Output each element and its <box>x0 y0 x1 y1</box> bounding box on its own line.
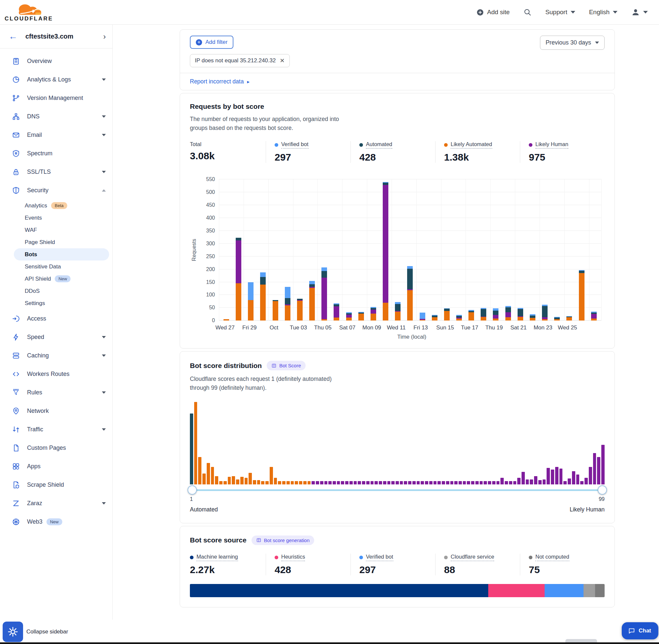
back-arrow-icon[interactable]: ← <box>8 31 18 42</box>
sidebar-item-access[interactable]: Access <box>0 309 112 328</box>
stat-label[interactable]: Verified bot <box>275 141 309 149</box>
x-tick-label: Wed 27 <box>215 324 234 331</box>
histogram-bar <box>211 467 214 484</box>
slider-handle-min[interactable] <box>188 485 197 495</box>
sidebar-item-traffic[interactable]: Traffic <box>0 420 112 439</box>
stat-label[interactable]: Not computed <box>529 554 569 561</box>
histogram-bar <box>354 481 357 484</box>
bar-segment-verified_bot <box>322 268 327 271</box>
search-button[interactable] <box>523 8 532 16</box>
network-icon <box>12 407 20 415</box>
histogram-bar <box>228 477 231 484</box>
sidebar-subitem-events[interactable]: Events <box>14 212 109 224</box>
add-site-button[interactable]: Add site <box>477 8 510 16</box>
stat-likely-human: Likely Human975 <box>520 141 605 163</box>
sidebar-subitem-label: Page Shield <box>25 239 55 246</box>
sidebar-item-label: Rules <box>27 389 42 396</box>
language-menu[interactable]: English <box>589 8 617 16</box>
sidebar-item-custom-pages[interactable]: Custom Pages <box>0 439 112 457</box>
histogram-bar <box>417 481 420 484</box>
sidebar-subitem-sensitive-data[interactable]: Sensitive Data <box>14 260 109 273</box>
sidebar-subitem-label: API Shield <box>25 276 51 282</box>
bar-segment-likely_automated <box>420 320 425 321</box>
histogram-bar <box>253 480 256 484</box>
slider-handle-max[interactable] <box>598 485 607 495</box>
sidebar-item-dns[interactable]: DNS <box>0 107 112 125</box>
histogram-bar <box>379 481 382 484</box>
sidebar-subitem-settings[interactable]: Settings <box>14 297 109 309</box>
chevron-down-icon <box>102 115 106 118</box>
support-menu[interactable]: Support <box>545 8 575 16</box>
stat-label[interactable]: Heuristics <box>275 554 305 561</box>
sidebar-item-web3[interactable]: Web3New <box>0 512 112 531</box>
sidebar-subitem-page-shield[interactable]: Page Shield <box>14 236 109 248</box>
add-filter-button[interactable]: + Add filter <box>190 36 233 49</box>
stat-label[interactable]: Likely Automated <box>444 141 492 149</box>
collapse-sidebar-label[interactable]: Collapse sidebar <box>26 628 68 635</box>
sidebar-item-apps[interactable]: Apps <box>0 457 112 476</box>
bar-segment-verified_bot <box>248 282 254 300</box>
sidebar-item-network[interactable]: Network <box>0 401 112 420</box>
sidebar-item-workers-routes[interactable]: Workers Routes <box>0 365 112 383</box>
stat-label[interactable]: Automated <box>359 141 392 149</box>
stacked-bar <box>432 315 438 321</box>
histogram-bar <box>597 457 600 484</box>
sidebar-item-zaraz[interactable]: Zaraz <box>0 494 112 512</box>
sidebar-item-rules[interactable]: Rules <box>0 383 112 401</box>
histogram-bar <box>366 481 370 484</box>
stacked-bar <box>223 319 229 321</box>
user-icon <box>631 8 640 17</box>
bar-segment-likely_human <box>493 315 498 319</box>
remove-filter-icon[interactable]: ✕ <box>280 57 284 64</box>
sidebar-item-ssl-tls[interactable]: SSL/TLS <box>0 163 112 181</box>
sidebar-item-version-management[interactable]: Version Management <box>0 89 112 107</box>
settings-gear-button[interactable] <box>3 622 23 642</box>
histogram-bar <box>236 480 239 484</box>
histogram-bar <box>215 476 218 484</box>
sidebar-subitem-bots[interactable]: Bots <box>14 248 109 260</box>
sidebar-subitem-waf[interactable]: WAF <box>14 224 109 236</box>
stat-label[interactable]: Machine learning <box>190 554 238 561</box>
sidebar-item-overview[interactable]: Overview <box>0 52 112 70</box>
sidebar-subitem-ddos[interactable]: DDoS <box>14 285 109 297</box>
y-tick-label: 300 <box>206 241 215 247</box>
stat-label[interactable]: Likely Human <box>529 141 568 149</box>
chevron-right-icon[interactable]: › <box>103 32 106 41</box>
stat-label[interactable]: Verified bot <box>359 554 393 561</box>
sidebar-item-security[interactable]: Security <box>0 181 112 200</box>
bot-score-generation-docs-badge[interactable]: Bot score generation <box>252 535 314 545</box>
sidebar-item-email[interactable]: Email <box>0 125 112 144</box>
stat-cloudflare-service: Cloudflare service88 <box>435 554 520 575</box>
histogram-bar <box>198 457 202 484</box>
stacked-bar <box>456 315 462 321</box>
report-incorrect-data-link[interactable]: Report incorrect data ▸ <box>190 78 250 85</box>
sidebar-subitem-api-shield[interactable]: API ShieldNew <box>14 273 109 285</box>
filter-chip-label: IP does not equal 35.212.240.32 <box>195 58 276 64</box>
bar-segment-likely_automated <box>223 319 229 321</box>
stat-label[interactable]: Cloudflare service <box>444 554 494 561</box>
stat-label[interactable]: Total <box>190 141 202 147</box>
cloudflare-logo[interactable]: CLOUDFLARE <box>5 2 53 22</box>
histogram-bar <box>505 481 508 484</box>
bar-segment-verified_bot <box>309 281 315 284</box>
histogram-bar <box>396 481 399 484</box>
chat-bubble-icon <box>628 627 635 635</box>
sidebar-item-scrape-shield[interactable]: Scrape Shield <box>0 476 112 494</box>
date-range-dropdown[interactable]: Previous 30 days <box>540 36 605 50</box>
histogram-bar <box>244 478 248 484</box>
sidebar-item-spectrum[interactable]: Spectrum <box>0 144 112 163</box>
sidebar-item-speed[interactable]: Speed <box>0 328 112 346</box>
cloudflare-cloud-icon <box>13 2 46 17</box>
bar-segment-automated <box>579 271 585 273</box>
account-menu[interactable] <box>631 8 648 17</box>
chat-button[interactable]: Chat <box>622 622 658 639</box>
bot-score-docs-badge[interactable]: Bot Score <box>267 361 306 370</box>
speed-icon <box>12 333 20 341</box>
sidebar-item-caching[interactable]: Caching <box>0 346 112 365</box>
histogram-bar <box>560 468 563 484</box>
sidebar-subitem-analytics[interactable]: AnalyticsBeta <box>14 200 109 212</box>
histogram-bar <box>274 478 277 484</box>
sidebar-item-analytics-logs[interactable]: Analytics & Logs <box>0 70 112 89</box>
bar-segment-likely_human <box>591 314 597 319</box>
stacked-bar <box>530 314 535 321</box>
